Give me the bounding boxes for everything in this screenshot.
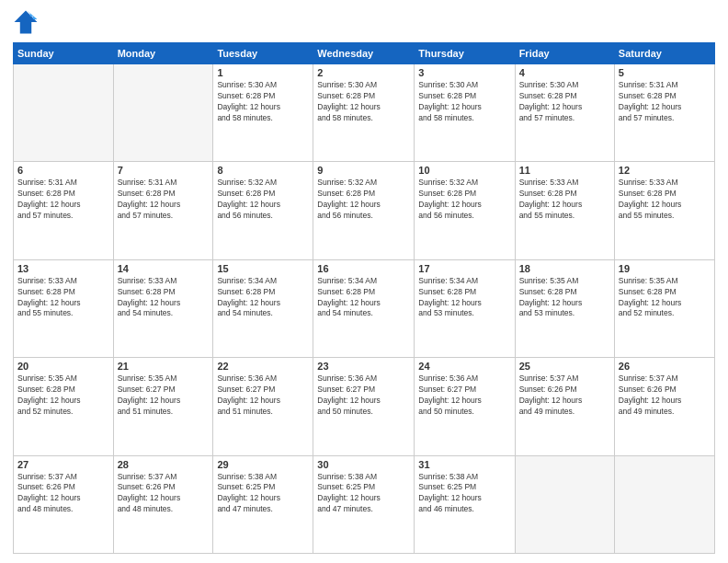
day-number: 29 — [217, 459, 309, 470]
calendar-table: SundayMondayTuesdayWednesdayThursdayFrid… — [13, 42, 715, 554]
calendar-cell: 7Sunrise: 5:31 AMSunset: 6:28 PMDaylight… — [113, 162, 213, 259]
calendar-cell: 28Sunrise: 5:37 AMSunset: 6:26 PMDayligh… — [113, 455, 213, 553]
day-number: 27 — [17, 459, 109, 470]
calendar-cell: 19Sunrise: 5:35 AMSunset: 6:28 PMDayligh… — [614, 259, 714, 357]
calendar-cell: 2Sunrise: 5:30 AMSunset: 6:28 PMDaylight… — [313, 64, 415, 162]
day-number: 31 — [418, 459, 510, 470]
day-info: Sunrise: 5:31 AMSunset: 6:28 PMDaylight:… — [619, 80, 711, 124]
day-info: Sunrise: 5:38 AMSunset: 6:25 PMDaylight:… — [418, 472, 510, 516]
day-number: 8 — [217, 165, 309, 176]
calendar-cell: 16Sunrise: 5:34 AMSunset: 6:28 PMDayligh… — [313, 259, 415, 357]
day-info: Sunrise: 5:31 AMSunset: 6:28 PMDaylight:… — [17, 178, 109, 222]
day-info: Sunrise: 5:35 AMSunset: 6:28 PMDaylight:… — [619, 276, 711, 320]
calendar-cell: 22Sunrise: 5:36 AMSunset: 6:27 PMDayligh… — [213, 358, 313, 455]
calendar-cell: 12Sunrise: 5:33 AMSunset: 6:28 PMDayligh… — [614, 162, 714, 259]
day-info: Sunrise: 5:33 AMSunset: 6:28 PMDaylight:… — [519, 178, 610, 222]
day-info: Sunrise: 5:38 AMSunset: 6:25 PMDaylight:… — [317, 472, 410, 516]
calendar-cell — [614, 455, 714, 553]
day-info: Sunrise: 5:33 AMSunset: 6:28 PMDaylight:… — [118, 276, 210, 320]
calendar-cell: 20Sunrise: 5:35 AMSunset: 6:28 PMDayligh… — [14, 358, 114, 455]
calendar-cell: 29Sunrise: 5:38 AMSunset: 6:25 PMDayligh… — [213, 455, 313, 553]
day-number: 16 — [317, 263, 410, 274]
day-number: 14 — [118, 263, 210, 274]
day-info: Sunrise: 5:30 AMSunset: 6:28 PMDaylight:… — [519, 80, 610, 124]
day-number: 11 — [519, 165, 610, 176]
svg-marker-0 — [15, 11, 38, 34]
day-info: Sunrise: 5:30 AMSunset: 6:28 PMDaylight:… — [217, 80, 309, 124]
day-number: 23 — [317, 361, 410, 372]
calendar-cell: 10Sunrise: 5:32 AMSunset: 6:28 PMDayligh… — [415, 162, 515, 259]
day-info: Sunrise: 5:37 AMSunset: 6:26 PMDaylight:… — [17, 472, 109, 516]
weekday-header-saturday: Saturday — [614, 43, 714, 64]
day-number: 12 — [619, 165, 711, 176]
calendar-cell: 11Sunrise: 5:33 AMSunset: 6:28 PMDayligh… — [515, 162, 614, 259]
day-number: 25 — [519, 361, 610, 372]
day-number: 17 — [418, 263, 510, 274]
day-number: 20 — [17, 361, 109, 372]
calendar-cell: 31Sunrise: 5:38 AMSunset: 6:25 PMDayligh… — [415, 455, 515, 553]
calendar-cell: 9Sunrise: 5:32 AMSunset: 6:28 PMDaylight… — [313, 162, 415, 259]
calendar-cell: 1Sunrise: 5:30 AMSunset: 6:28 PMDaylight… — [213, 64, 313, 162]
day-info: Sunrise: 5:35 AMSunset: 6:28 PMDaylight:… — [519, 276, 610, 320]
calendar-cell: 17Sunrise: 5:34 AMSunset: 6:28 PMDayligh… — [415, 259, 515, 357]
calendar-cell — [113, 64, 213, 162]
day-info: Sunrise: 5:35 AMSunset: 6:28 PMDaylight:… — [17, 373, 109, 418]
day-info: Sunrise: 5:34 AMSunset: 6:28 PMDaylight:… — [418, 276, 510, 320]
weekday-header-wednesday: Wednesday — [313, 43, 415, 64]
calendar-cell: 18Sunrise: 5:35 AMSunset: 6:28 PMDayligh… — [515, 259, 614, 357]
day-info: Sunrise: 5:31 AMSunset: 6:28 PMDaylight:… — [118, 178, 210, 222]
weekday-header-sunday: Sunday — [14, 43, 114, 64]
calendar-cell: 27Sunrise: 5:37 AMSunset: 6:26 PMDayligh… — [14, 455, 114, 553]
weekday-header-tuesday: Tuesday — [213, 43, 313, 64]
day-info: Sunrise: 5:37 AMSunset: 6:26 PMDaylight:… — [619, 373, 711, 418]
day-number: 7 — [118, 165, 210, 176]
calendar-cell: 25Sunrise: 5:37 AMSunset: 6:26 PMDayligh… — [515, 358, 614, 455]
calendar-cell: 13Sunrise: 5:33 AMSunset: 6:28 PMDayligh… — [14, 259, 114, 357]
day-info: Sunrise: 5:36 AMSunset: 6:27 PMDaylight:… — [317, 373, 410, 418]
day-number: 5 — [619, 67, 711, 78]
weekday-header-thursday: Thursday — [415, 43, 515, 64]
day-info: Sunrise: 5:33 AMSunset: 6:28 PMDaylight:… — [17, 276, 109, 320]
logo-icon — [13, 9, 39, 35]
day-info: Sunrise: 5:37 AMSunset: 6:26 PMDaylight:… — [118, 472, 210, 516]
day-info: Sunrise: 5:36 AMSunset: 6:27 PMDaylight:… — [418, 373, 510, 418]
day-number: 13 — [17, 263, 109, 274]
calendar-cell: 26Sunrise: 5:37 AMSunset: 6:26 PMDayligh… — [614, 358, 714, 455]
calendar-cell — [14, 64, 114, 162]
calendar-cell — [515, 455, 614, 553]
day-info: Sunrise: 5:37 AMSunset: 6:26 PMDaylight:… — [519, 373, 610, 418]
calendar-cell: 21Sunrise: 5:35 AMSunset: 6:27 PMDayligh… — [113, 358, 213, 455]
day-info: Sunrise: 5:32 AMSunset: 6:28 PMDaylight:… — [217, 178, 309, 222]
day-info: Sunrise: 5:32 AMSunset: 6:28 PMDaylight:… — [317, 178, 410, 222]
calendar-cell: 3Sunrise: 5:30 AMSunset: 6:28 PMDaylight… — [415, 64, 515, 162]
day-info: Sunrise: 5:35 AMSunset: 6:27 PMDaylight:… — [118, 373, 210, 418]
day-number: 18 — [519, 263, 610, 274]
day-number: 28 — [118, 459, 210, 470]
logo — [13, 9, 42, 35]
day-number: 19 — [619, 263, 711, 274]
day-number: 21 — [118, 361, 210, 372]
day-number: 2 — [317, 67, 410, 78]
day-number: 26 — [619, 361, 711, 372]
day-number: 6 — [17, 165, 109, 176]
day-number: 15 — [217, 263, 309, 274]
day-number: 24 — [418, 361, 510, 372]
day-info: Sunrise: 5:36 AMSunset: 6:27 PMDaylight:… — [217, 373, 309, 418]
day-info: Sunrise: 5:33 AMSunset: 6:28 PMDaylight:… — [619, 178, 711, 222]
weekday-header-monday: Monday — [113, 43, 213, 64]
calendar-cell: 8Sunrise: 5:32 AMSunset: 6:28 PMDaylight… — [213, 162, 313, 259]
day-info: Sunrise: 5:32 AMSunset: 6:28 PMDaylight:… — [418, 178, 510, 222]
day-info: Sunrise: 5:38 AMSunset: 6:25 PMDaylight:… — [217, 472, 309, 516]
calendar-cell: 24Sunrise: 5:36 AMSunset: 6:27 PMDayligh… — [415, 358, 515, 455]
day-number: 10 — [418, 165, 510, 176]
calendar-cell: 30Sunrise: 5:38 AMSunset: 6:25 PMDayligh… — [313, 455, 415, 553]
day-number: 9 — [317, 165, 410, 176]
calendar-cell: 4Sunrise: 5:30 AMSunset: 6:28 PMDaylight… — [515, 64, 614, 162]
calendar-cell: 15Sunrise: 5:34 AMSunset: 6:28 PMDayligh… — [213, 259, 313, 357]
day-info: Sunrise: 5:30 AMSunset: 6:28 PMDaylight:… — [418, 80, 510, 124]
day-info: Sunrise: 5:34 AMSunset: 6:28 PMDaylight:… — [317, 276, 410, 320]
day-info: Sunrise: 5:30 AMSunset: 6:28 PMDaylight:… — [317, 80, 410, 124]
day-number: 30 — [317, 459, 410, 470]
calendar-cell: 6Sunrise: 5:31 AMSunset: 6:28 PMDaylight… — [14, 162, 114, 259]
calendar-cell: 14Sunrise: 5:33 AMSunset: 6:28 PMDayligh… — [113, 259, 213, 357]
